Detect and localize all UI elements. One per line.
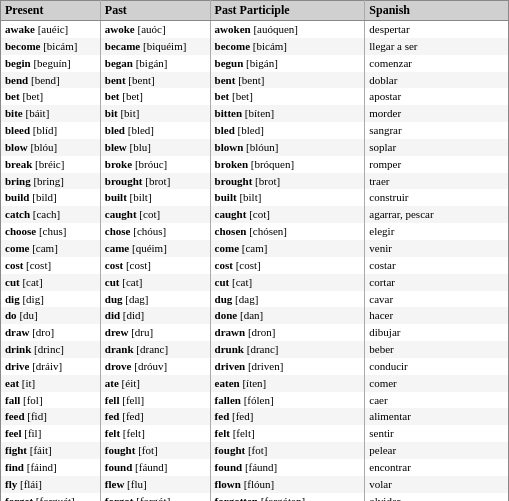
table-cell: dig [dig] (1, 291, 101, 308)
table-cell: choose [chus] (1, 223, 101, 240)
table-row: break [bréic]broke [bróuc]broken [bróque… (1, 156, 509, 173)
table-row: bend [bend]bent [bent]bent [bent]doblar (1, 72, 509, 89)
table-cell: blown [blóun] (210, 139, 365, 156)
table-cell: cost [cost] (1, 257, 101, 274)
table-cell: bitten [bíten] (210, 105, 365, 122)
table-cell: apostar (365, 88, 509, 105)
table-cell: begin [beguín] (1, 55, 101, 72)
table-cell: built [bilt] (210, 189, 365, 206)
table-cell: awoken [auóquen] (210, 21, 365, 38)
table-cell: began [bigán] (100, 55, 210, 72)
table-cell: costar (365, 257, 509, 274)
table-cell: become [bicám] (210, 38, 365, 55)
table-row: dig [dig]dug [dag]dug [dag]cavar (1, 291, 509, 308)
table-cell: bled [bled] (100, 122, 210, 139)
table-cell: come [cam] (210, 240, 365, 257)
table-cell: traer (365, 173, 509, 190)
header-past: Past (100, 1, 210, 21)
table-cell: elegir (365, 223, 509, 240)
table-cell: became [biquéim] (100, 38, 210, 55)
table-cell: blew [blu] (100, 139, 210, 156)
table-cell: caer (365, 392, 509, 409)
table-cell: fed [fed] (210, 408, 365, 425)
table-cell: cut [cat] (100, 274, 210, 291)
table-cell: broke [bróuc] (100, 156, 210, 173)
table-cell: bet [bet] (210, 88, 365, 105)
table-cell: brought [brot] (100, 173, 210, 190)
table-row: forget [forguét]forgot [forgót]forgotten… (1, 493, 509, 501)
table-cell: alimentar (365, 408, 509, 425)
table-cell: fought [fot] (210, 442, 365, 459)
table-cell: agarrar, pescar (365, 206, 509, 223)
table-row: fall [fol]fell [fell]fallen [fólen]caer (1, 392, 509, 409)
table-row: bite [báit]bit [bit]bitten [bíten]morder (1, 105, 509, 122)
table-cell: olvidar (365, 493, 509, 501)
table-cell: pelear (365, 442, 509, 459)
table-cell: comer (365, 375, 509, 392)
table-row: catch [cach]caught [cot]caught [cot]agar… (1, 206, 509, 223)
table-cell: bend [bend] (1, 72, 101, 89)
table-cell: eat [it] (1, 375, 101, 392)
table-cell: drove [dróuv] (100, 358, 210, 375)
table-row: bring [bring]brought [brot]brought [brot… (1, 173, 509, 190)
table-cell: awake [auéic] (1, 21, 101, 38)
table-cell: feel [fil] (1, 425, 101, 442)
table-cell: awoke [auóc] (100, 21, 210, 38)
table-cell: do [du] (1, 307, 101, 324)
table-cell: find [fáind] (1, 459, 101, 476)
table-row: cut [cat]cut [cat]cut [cat]cortar (1, 274, 509, 291)
table-cell: eaten [íten] (210, 375, 365, 392)
table-cell: beber (365, 341, 509, 358)
table-cell: fall [fol] (1, 392, 101, 409)
table-cell: flown [flóun] (210, 476, 365, 493)
table-cell: fell [fell] (100, 392, 210, 409)
table-cell: cost [cost] (210, 257, 365, 274)
table-cell: become [bicám] (1, 38, 101, 55)
table-cell: fought [fot] (100, 442, 210, 459)
table-row: fly [flái]flew [flu]flown [flóun]volar (1, 476, 509, 493)
table-cell: chose [chóus] (100, 223, 210, 240)
table-cell: cost [cost] (100, 257, 210, 274)
table-cell: fly [flái] (1, 476, 101, 493)
table-cell: despertar (365, 21, 509, 38)
table-cell: build [bild] (1, 189, 101, 206)
table-cell: blow [blóu] (1, 139, 101, 156)
table-cell: hacer (365, 307, 509, 324)
table-row: eat [it]ate [éit]eaten [íten]comer (1, 375, 509, 392)
table-cell: fallen [fólen] (210, 392, 365, 409)
table-row: do [du]did [did]done [dan]hacer (1, 307, 509, 324)
table-cell: forgotten [forgóten] (210, 493, 365, 501)
table-row: build [bild]built [bilt]built [bilt]cons… (1, 189, 509, 206)
table-cell: cavar (365, 291, 509, 308)
table-cell: encontrar (365, 459, 509, 476)
table-cell: did [did] (100, 307, 210, 324)
table-cell: catch [cach] (1, 206, 101, 223)
table-cell: brought [brot] (210, 173, 365, 190)
table-row: bleed [blíd]bled [bled]bled [bled]sangra… (1, 122, 509, 139)
table-row: feed [fid]fed [fed]fed [fed]alimentar (1, 408, 509, 425)
table-cell: bent [bent] (100, 72, 210, 89)
table-cell: drink [drinc] (1, 341, 101, 358)
table-cell: felt [felt] (210, 425, 365, 442)
table-cell: bleed [blíd] (1, 122, 101, 139)
table-row: find [fáind]found [fáund]found [fáund]en… (1, 459, 509, 476)
table-cell: cortar (365, 274, 509, 291)
table-cell: volar (365, 476, 509, 493)
table-row: blow [blóu]blew [blu]blown [blóun]soplar (1, 139, 509, 156)
table-cell: drive [dráiv] (1, 358, 101, 375)
table-cell: bit [bit] (100, 105, 210, 122)
table-row: become [bicám]became [biquéim]become [bi… (1, 38, 509, 55)
table-cell: doblar (365, 72, 509, 89)
table-cell: drew [dru] (100, 324, 210, 341)
table-cell: drank [dranc] (100, 341, 210, 358)
table-row: choose [chus]chose [chóus]chosen [chósen… (1, 223, 509, 240)
table-cell: bet [bet] (100, 88, 210, 105)
table-cell: drawn [dron] (210, 324, 365, 341)
table-cell: cut [cat] (210, 274, 365, 291)
table-cell: begun [bigán] (210, 55, 365, 72)
table-cell: soplar (365, 139, 509, 156)
table-cell: fight [fáit] (1, 442, 101, 459)
table-cell: draw [dro] (1, 324, 101, 341)
table-cell: comenzar (365, 55, 509, 72)
table-cell: bet [bet] (1, 88, 101, 105)
